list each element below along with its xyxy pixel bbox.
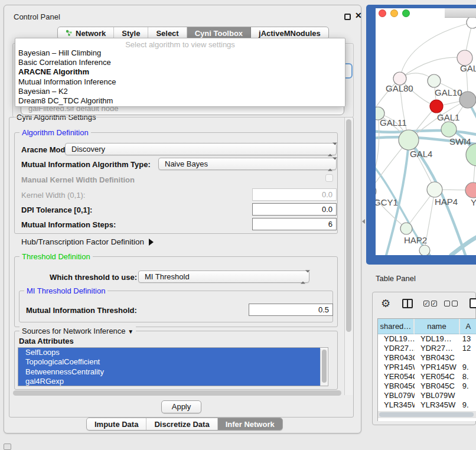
column-header-name[interactable]: name (415, 319, 460, 334)
hub-tf-definition-toggle[interactable]: Hub/Transcription Factor Definition (21, 237, 154, 246)
collapsed-panel-icon[interactable] (4, 444, 11, 450)
table-cell[interactable]: 13 (460, 334, 476, 344)
gear-icon[interactable]: ⚙ (381, 297, 390, 310)
dropdown-item-bayesian-k2[interactable]: Bayesian – K2 (15, 87, 345, 96)
list-item-gal4rgexp[interactable]: gal4RGexp (18, 377, 320, 386)
mi-type-combobox[interactable]: Naive Bayes (158, 158, 337, 170)
svg-text:GAL: GAL (460, 63, 476, 73)
tab-infer-network[interactable]: Infer Network (218, 418, 282, 430)
tab-network-label: Network (76, 29, 106, 38)
table-row[interactable]: YLR345WYLR345W9. (378, 400, 476, 410)
mi-steps-label: Mutual Information Steps: (21, 220, 116, 229)
sources-group-title[interactable]: Sources for Network Inference ▼ (19, 327, 136, 335)
table-cell[interactable]: YDL19… (378, 334, 415, 344)
table-row[interactable]: YPR145WYPR145W9. (378, 363, 476, 372)
kernel-width-field[interactable]: 0.0 (252, 188, 337, 201)
table-cell[interactable]: YBR045C (378, 381, 415, 391)
table-cell[interactable]: YER054C (415, 372, 460, 381)
dropdown-item-mutual-information[interactable]: Mutual Information Inference (15, 77, 345, 87)
svg-text:GAL4: GAL4 (410, 149, 432, 159)
settings-hscrollbar-thumb[interactable] (13, 390, 341, 396)
table-row[interactable]: YDR27…YDR27…12 (378, 344, 476, 353)
minimize-traffic-light-icon[interactable] (390, 9, 398, 17)
hub-tf-definition-label: Hub/Transcription Factor Definition (21, 237, 144, 246)
column-header-partial[interactable]: A (460, 319, 476, 334)
scrollbar-thumb[interactable] (322, 350, 327, 383)
table-cell[interactable]: YBR043C (378, 353, 415, 363)
close-icon[interactable]: ✕ (355, 11, 362, 20)
tab-style[interactable]: Style (114, 27, 148, 39)
table-cell[interactable]: YBR043C (415, 353, 460, 363)
background-window-bar (445, 8, 476, 18)
table-cell[interactable]: YDR27… (378, 344, 415, 353)
list-vertical-scrollbar[interactable] (320, 348, 327, 386)
dropdown-item-basic-correlation[interactable]: Basic Correlation Inference (15, 58, 345, 67)
manual-kernel-checkbox[interactable] (325, 174, 333, 182)
mi-threshold-label: Mutual Information Threshold: (26, 306, 137, 315)
table-cell[interactable]: YDR27… (415, 344, 460, 353)
table-row[interactable]: YBL079WYBL079W (378, 391, 476, 400)
tab-network[interactable]: Network (58, 27, 114, 39)
stepper-icon (328, 144, 332, 155)
table-cell[interactable]: YBL079W (415, 391, 460, 400)
table-cell[interactable]: YPR145W (415, 363, 460, 372)
column-header-shared-name[interactable]: shared… (378, 319, 415, 334)
data-attributes-list[interactable]: SelfLoops TopologicalCoefficient Between… (18, 347, 328, 386)
table-row[interactable]: YDL19…YDL19…13 (378, 334, 476, 344)
close-traffic-light-icon[interactable] (379, 9, 386, 17)
table-row[interactable]: YBR043CYBR043C (378, 353, 476, 363)
network-canvas[interactable]: GALGAL80GAL10GAL1GAL11GAL4SWI4GCY1HAP4YH… (376, 8, 476, 255)
table-cell[interactable]: YBR045C (415, 381, 460, 391)
table-cell[interactable]: 8. (460, 372, 476, 381)
table-cell[interactable]: 12 (460, 344, 476, 353)
manual-kernel-label: Manual Kernel Width Definition (21, 175, 135, 184)
table-cell[interactable]: 9. (460, 381, 476, 391)
table-row[interactable]: YBR045CYBR045C9. (378, 381, 476, 391)
aracne-mode-combobox[interactable]: Discovery (65, 143, 337, 155)
mi-steps-field[interactable]: 6 (252, 218, 337, 230)
which-threshold-value: MI Threshold (145, 272, 190, 281)
table-cell[interactable] (460, 391, 476, 400)
list-item-selfloops[interactable]: SelfLoops (18, 348, 320, 357)
deselect-all-icon[interactable] (444, 301, 458, 306)
table-cell[interactable]: YDL19… (415, 334, 460, 344)
list-item-topologicalcoefficient[interactable]: TopologicalCoefficient (18, 357, 320, 367)
apply-button[interactable]: Apply (161, 400, 201, 413)
scrollbar-thumb[interactable] (379, 412, 474, 417)
aracne-mode-value: Discovery (71, 145, 105, 154)
table-cell[interactable]: 9. (460, 400, 476, 410)
network-icon (66, 30, 73, 37)
settings-vscrollbar-thumb[interactable] (346, 119, 351, 332)
list-item-betweennesscentrality[interactable]: BetweennessCentrality (18, 367, 320, 377)
unchecked-box-icon (452, 301, 458, 306)
tab-select[interactable]: Select (148, 27, 187, 39)
network-view-window: GALGAL80GAL10GAL1GAL11GAL4SWI4GCY1HAP4YH… (366, 5, 476, 265)
dropdown-item-dream8[interactable]: Dream8 DC_TDC Algorithm (15, 96, 345, 106)
panel-splitter-handle[interactable] (362, 219, 365, 224)
dpi-tolerance-field[interactable]: 0.0 (252, 203, 337, 216)
table-cell[interactable]: 9. (460, 363, 476, 372)
select-all-icon[interactable]: ✓✓ (423, 301, 437, 306)
table-cell[interactable]: YBL079W (378, 391, 415, 400)
dropdown-item-bayesian-hill-climbing[interactable]: Bayesian – Hill Climbing (15, 48, 345, 58)
split-view-icon[interactable] (402, 299, 413, 308)
tab-impute-data[interactable]: Impute Data (87, 418, 146, 430)
table-panel-window: ⚙ ✓✓ shared… name A YDL19…YDL19…13YDR27…… (372, 292, 476, 425)
float-window-icon[interactable] (344, 14, 351, 20)
mi-threshold-field[interactable]: 0.5 (249, 304, 333, 316)
table-row[interactable]: YER054CYER054C8. (378, 372, 476, 381)
svg-text:GAL10: GAL10 (435, 87, 462, 97)
which-threshold-combobox[interactable]: MI Threshold (138, 270, 309, 283)
table-cell[interactable]: YLR345W (378, 400, 415, 410)
table-cell[interactable]: YLR345W (415, 400, 460, 410)
table-horizontal-scrollbar[interactable] (378, 411, 476, 418)
zoom-traffic-light-icon[interactable] (402, 9, 410, 17)
table-cell[interactable]: YER054C (378, 372, 415, 381)
tab-jactivemnodules[interactable]: jActiveMNodules (251, 27, 328, 39)
dropdown-item-aracne[interactable]: ARACNE Algorithm (15, 67, 345, 77)
tab-discretize-data[interactable]: Discretize Data (146, 418, 217, 430)
new-column-icon[interactable] (470, 298, 476, 308)
table-cell[interactable] (460, 353, 476, 363)
table-cell[interactable]: YPR145W (378, 363, 415, 372)
tab-cyni-toolbox[interactable]: Cyni Toolbox (187, 27, 251, 39)
